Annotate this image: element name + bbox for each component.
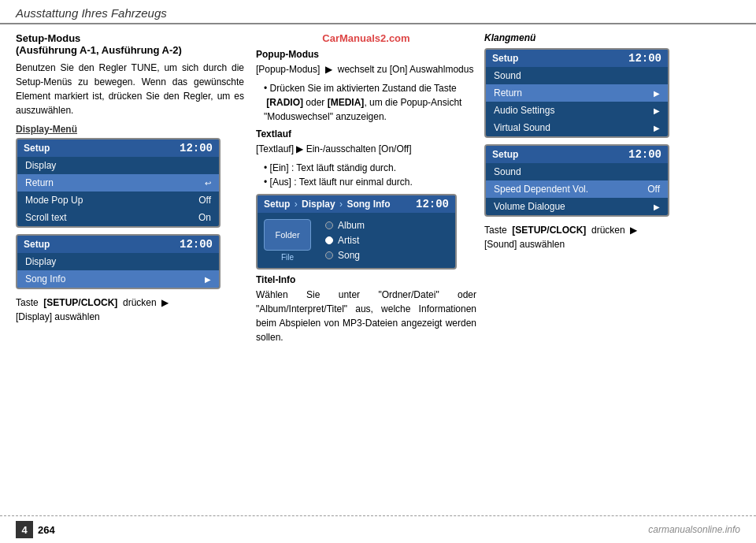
folder-icon: Folder: [264, 219, 311, 251]
klang2-row-sound: Sound: [486, 163, 668, 180]
klang-row-audio: Audio Settings ▶: [486, 102, 668, 119]
klang-screen2-header: Setup 12:00: [486, 146, 668, 163]
scroll-bullet-2: [Aus] : Text läuft nur einmal durch.: [264, 175, 476, 189]
song-breadcrumb: Setup › Display › Song Info: [264, 198, 391, 210]
popup-text: [Popup-Modus] ▶ wechselt zu [On] Auswahl…: [256, 62, 476, 76]
scroll-bullet-1: [Ein] : Text läuft ständig durch.: [264, 161, 476, 175]
klang2-row-speed: Speed Dependent Vol. Off: [486, 180, 668, 198]
footer-page-box: 4: [16, 521, 33, 538]
header-title: Ausstattung Ihres Fahrzeugs: [16, 6, 167, 20]
titelinfo-label: Titel-Info: [256, 274, 476, 285]
screen1-row-display: Display: [17, 157, 219, 174]
right-caption: Taste [SETUP/CLOCK] drücken ▶[Sound] aus…: [484, 223, 681, 251]
song-folder-area: Folder File: [264, 219, 311, 262]
footer-logo: carmanualsonline.info: [648, 524, 740, 535]
song-info-screen: Setup › Display › Song Info 12:00 Folder…: [256, 194, 457, 270]
klang2-row-volume: Volume Dialogue ▶: [486, 198, 668, 215]
klang-row-sound: Sound: [486, 67, 668, 84]
watermark: CarManuals2.com: [256, 32, 476, 44]
screen1-header: Setup 12:00: [17, 139, 219, 157]
song-screen-header: Setup › Display › Song Info 12:00: [258, 195, 455, 213]
titelinfo-text: Wählen Sie unter "Ordner/Datei" oder "Al…: [256, 288, 476, 344]
main-content: Setup-Modus (Ausführung A-1, Ausführung …: [0, 24, 756, 357]
radio-song: [325, 251, 333, 259]
popup-label: Popup-Modus: [256, 49, 476, 60]
display-menu-label: Display-Menü: [16, 124, 244, 135]
page-footer: 4 264 carmanualsonline.info: [0, 515, 756, 543]
screen2-row-songinfo: Song Info ▶: [17, 270, 219, 288]
screen1-row-return: Return ↩: [17, 174, 219, 192]
screen1-row-mode: Mode Pop Up Off: [17, 192, 219, 209]
popup-bullet-1: Drücken Sie im aktivierten Zustand die T…: [264, 81, 476, 124]
left-caption: Taste [SETUP/CLOCK] drücken ▶[Display] a…: [16, 296, 244, 324]
klang-label: Klangmenü: [484, 32, 681, 43]
radio-album: [325, 221, 333, 229]
left-column: Setup-Modus (Ausführung A-1, Ausführung …: [16, 32, 244, 349]
klang-row-return: Return ▶: [486, 84, 668, 102]
song-option-artist: Artist: [325, 235, 359, 246]
klang-screen-2: Setup 12:00 Sound Speed Dependent Vol. O…: [484, 144, 669, 217]
file-label: File: [281, 253, 294, 262]
scroll-label: Textlauf: [256, 128, 476, 139]
klang-row-virtual: Virtual Sound ▶: [486, 119, 668, 136]
song-info-body: Folder File Album Artist Song: [258, 213, 455, 268]
radio-artist: [325, 236, 333, 244]
middle-column: CarManuals2.com Popup-Modus [Popup-Modus…: [244, 32, 476, 349]
scroll-text: [Textlauf] ▶ Ein-/ausschalten [On/Off]: [256, 142, 476, 156]
song-radio-options: Album Artist Song: [325, 220, 365, 261]
screen2-header: Setup 12:00: [17, 236, 219, 253]
scroll-bullets: [Ein] : Text läuft ständig durch. [Aus] …: [256, 161, 476, 189]
song-option-album: Album: [325, 220, 365, 231]
song-option-song: Song: [325, 250, 360, 261]
left-title: Setup-Modus (Ausführung A-1, Ausführung …: [16, 32, 244, 56]
page-header: Ausstattung Ihres Fahrzeugs: [0, 0, 756, 24]
popup-bullets: Drücken Sie im aktivierten Zustand die T…: [256, 81, 476, 124]
screen1-row-scroll: Scroll text On: [17, 209, 219, 226]
right-column: Klangmenü Setup 12:00 Sound Return ▶ Aud…: [476, 32, 681, 349]
klang-screen1-header: Setup 12:00: [486, 50, 668, 67]
footer-page-num: 264: [38, 524, 55, 536]
left-body-text: Benutzen Sie den Regler TUNE, um sich du…: [16, 61, 244, 117]
klang-screen-1: Setup 12:00 Sound Return ▶ Audio Setting…: [484, 48, 669, 138]
screen2-row-display: Display: [17, 253, 219, 270]
display-screen-2: Setup 12:00 Display Song Info ▶: [16, 234, 220, 289]
display-screen-1: Setup 12:00 Display Return ↩ Mode Pop Up…: [16, 138, 220, 228]
